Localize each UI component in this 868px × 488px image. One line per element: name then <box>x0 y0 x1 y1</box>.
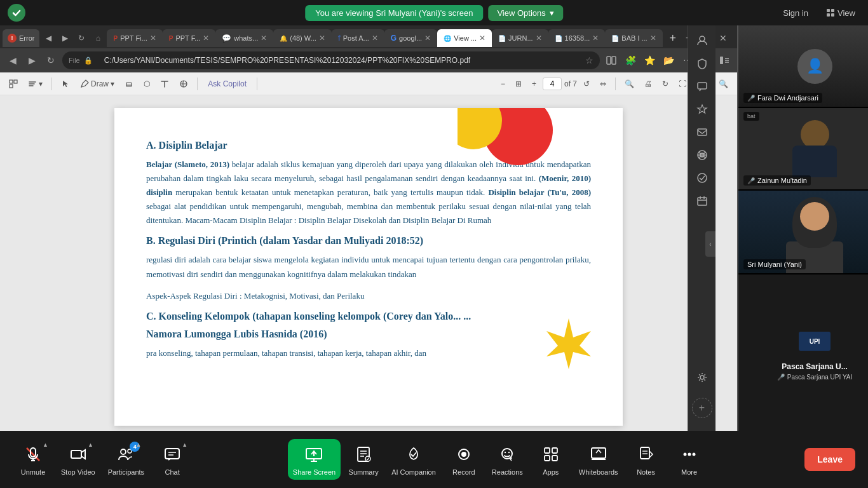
split-view-button[interactable] <box>604 53 619 68</box>
pdf-translate-button[interactable] <box>175 78 192 90</box>
zoom-out-button[interactable]: − <box>497 78 509 90</box>
sidebar-icon-star[interactable] <box>692 99 712 119</box>
sidebar-icon-person[interactable] <box>692 30 712 51</box>
leave-button[interactable]: Leave <box>804 448 855 471</box>
svg-rect-4 <box>607 57 611 64</box>
pdf-navigate-button[interactable]: ▾ <box>24 78 46 90</box>
sidebar-icon-security[interactable] <box>692 53 712 74</box>
tab-close-whatsapp[interactable]: ✕ <box>261 34 267 43</box>
new-tab-button[interactable]: + <box>664 29 682 47</box>
unmute-button[interactable]: ▲ Unmute <box>13 439 53 480</box>
bookmark-icon[interactable]: ☆ <box>585 55 593 65</box>
tab-close-notifications[interactable]: ✕ <box>319 34 325 43</box>
sidebar-icon-apps2[interactable] <box>692 145 712 165</box>
more-button[interactable]: More <box>669 439 710 480</box>
back-button[interactable]: ◀ <box>41 30 56 46</box>
share-screen-button[interactable]: Share Screen <box>288 439 341 480</box>
institution-name: Pasca Sarjana U... <box>782 362 847 371</box>
toolbar-separator-4 <box>615 78 616 90</box>
chat-label: Chat <box>165 468 179 476</box>
forward-nav-button[interactable]: ▶ <box>24 53 39 68</box>
reactions-button[interactable]: Reactions <box>487 439 528 480</box>
sidebar-icon-add[interactable]: + <box>692 398 712 418</box>
notes-button[interactable]: Notes <box>626 439 667 480</box>
sri-head-wrap <box>792 197 837 241</box>
back-nav-button[interactable]: ◀ <box>5 53 20 68</box>
favorites-button[interactable]: ⭐ <box>642 53 657 68</box>
record-button[interactable]: Record <box>444 439 484 480</box>
sidebar-toggle-icon <box>719 55 729 65</box>
view-button[interactable]: View <box>821 6 860 20</box>
svg-rect-11 <box>14 80 17 83</box>
summary-button[interactable]: Summary <box>343 439 384 480</box>
tab-google[interactable]: G googl... ✕ <box>384 29 437 47</box>
pdf-page: A. Disiplin Belajar Belajar (Slameto, 20… <box>114 108 623 426</box>
sidebar-icon-settings-bottom[interactable] <box>692 367 712 388</box>
rotate-button[interactable]: ↺ <box>580 78 593 90</box>
tab-close-post[interactable]: ✕ <box>372 34 378 43</box>
rotate-right-button[interactable]: ↻ <box>658 78 672 90</box>
pdf-eraser-button[interactable] <box>121 78 137 90</box>
tab-bab[interactable]: 📄 BAB I ... ✕ <box>605 29 662 47</box>
tab-notifications[interactable]: 🔔 (48) W... ✕ <box>273 29 332 47</box>
tab-close-view[interactable]: ✕ <box>479 34 485 43</box>
svg-rect-61 <box>641 447 649 459</box>
apps-button[interactable]: Apps <box>531 439 571 480</box>
pdf-search-button[interactable]: 🔍 <box>715 78 732 90</box>
pdf-cursor-button[interactable] <box>57 78 74 90</box>
pdf-shapes-button[interactable]: ⬡ <box>140 78 154 90</box>
main-content: ! Error ◀ ▶ ↻ ⌂ P PPT Fi... ✕ P <box>0 25 868 431</box>
home-button[interactable]: ⌂ <box>90 30 105 46</box>
record-label: Record <box>452 468 475 476</box>
pdf-draw-button[interactable]: Draw ▾ <box>76 78 118 90</box>
tab-close-bab[interactable]: ✕ <box>650 34 656 43</box>
tab-view[interactable]: 🌐 View ... ✕ <box>437 29 492 47</box>
reload-button[interactable]: ↻ <box>74 30 89 46</box>
sidebar-icon-outlook[interactable] <box>692 122 712 142</box>
sidebar-icon-calendar[interactable] <box>692 191 712 211</box>
tab-num[interactable]: 📄 16358... ✕ <box>548 29 606 47</box>
tab-close-google[interactable]: ✕ <box>424 34 431 43</box>
ai-companion-button[interactable]: AI Companion <box>386 439 441 480</box>
tab-whatsapp[interactable]: 💬 whats... ✕ <box>215 29 273 47</box>
url-bar[interactable]: File 🔒 ☆ <box>62 51 600 69</box>
collections-button[interactable]: 📂 <box>661 53 676 68</box>
zoom-level-button[interactable]: 🔍 <box>621 78 638 90</box>
zoom-fit-button[interactable]: ⊞ <box>512 78 526 90</box>
participants-button[interactable]: 4 ▲ Participants <box>103 439 149 480</box>
pdf-text-button[interactable] <box>156 78 173 90</box>
address-input[interactable] <box>97 53 581 67</box>
tab-jurnal[interactable]: 📄 JURN... ✕ <box>492 29 548 47</box>
svg-rect-55 <box>545 448 550 453</box>
chat-button[interactable]: ▲ Chat <box>152 439 193 480</box>
close-window-button[interactable]: ✕ <box>714 32 732 44</box>
forward-button[interactable]: ▶ <box>57 30 72 46</box>
sidebar-icon-telegram[interactable] <box>692 168 712 188</box>
tab-post[interactable]: f Post A... ✕ <box>332 29 384 47</box>
tab-close-num[interactable]: ✕ <box>592 34 599 43</box>
reload-nav-button[interactable]: ↻ <box>43 53 58 68</box>
sidebar-toggle-button[interactable] <box>717 53 732 68</box>
star-decoration <box>540 315 597 375</box>
extensions-button[interactable]: 🧩 <box>623 53 638 68</box>
ask-copilot-button[interactable]: Ask Copilot <box>203 78 252 90</box>
sidebar-icon-chat[interactable] <box>692 76 712 97</box>
panel-expand-handle[interactable]: ‹ <box>705 231 715 257</box>
tab-ppt2[interactable]: P PPT F... ✕ <box>163 29 216 47</box>
svg-rect-18 <box>698 83 707 89</box>
view-options-button[interactable]: View Options ▾ <box>488 5 562 21</box>
pdf-view-toggle[interactable] <box>5 78 22 90</box>
whiteboards-button[interactable]: Whiteboards <box>574 439 623 480</box>
tab-close-jurnal[interactable]: ✕ <box>536 34 542 43</box>
zoom-in-button[interactable]: + <box>528 78 540 90</box>
tab-close-ppt2[interactable]: ✕ <box>203 34 209 43</box>
record-svg <box>455 445 473 463</box>
tab-close-ppt1[interactable]: ✕ <box>150 34 156 43</box>
print-button[interactable]: 🖨 <box>641 78 656 90</box>
pdf-content-area[interactable]: A. Disiplin Belajar Belajar (Slameto, 20… <box>0 95 737 431</box>
sign-in-button[interactable]: Sign in <box>778 6 813 20</box>
stop-video-button[interactable]: ▲ Stop Video <box>56 439 100 480</box>
page-number-input[interactable] <box>543 78 562 90</box>
tab-ppt1[interactable]: P PPT Fi... ✕ <box>107 29 162 47</box>
fit-width-button[interactable]: ⇔ <box>596 78 610 90</box>
